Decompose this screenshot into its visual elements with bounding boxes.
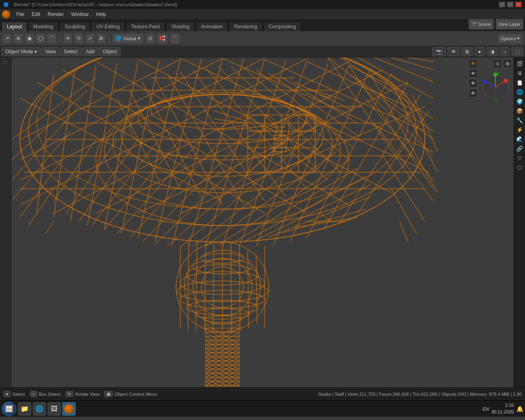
layer-icon-4[interactable]: 👁	[468, 89, 477, 98]
tab-modeling[interactable]: Modeling	[28, 22, 59, 31]
global-dropdown[interactable]: 🌐 Global ▾	[112, 33, 144, 44]
right-toolbar-btns: Options ▾	[498, 33, 523, 44]
maximize-button[interactable]: □	[507, 2, 514, 7]
viewport-shading-material[interactable]: ◑	[486, 47, 498, 56]
circle-select-btn[interactable]: ◯	[35, 33, 46, 44]
date-display: 30.11.2020	[491, 409, 514, 415]
box-select-btn[interactable]: ▣	[25, 33, 34, 44]
svg-text:Y: Y	[497, 71, 500, 75]
menu-help[interactable]: Help	[93, 11, 110, 18]
taskbar-notification-icon[interactable]: 🔔	[516, 406, 523, 412]
gizmo-widget[interactable]: X Y Z	[479, 71, 512, 103]
tab-texture-paint[interactable]: Texture Paint	[126, 22, 165, 31]
viewport-layer-icons: 👁 👁 👁 👁	[468, 59, 477, 98]
add-menu[interactable]: Add	[82, 47, 98, 56]
physics-props-btn[interactable]: 🌊	[515, 135, 524, 144]
tab-layout[interactable]: Layout	[2, 22, 27, 31]
titlebar: 🔵 Blender* [C:\Users\Алексей\Desktop\3D …	[0, 0, 525, 9]
taskbar: 🪟 📁 🌐 🖼 EN 2:10 30.11.2020 🔔	[0, 400, 525, 417]
statusbar: ● Select □ Box Select ↻ Rotate View ▣ Ob…	[0, 387, 525, 400]
rotate-btn[interactable]: ↻	[74, 33, 84, 44]
proportional-btn[interactable]: ⊙	[146, 33, 155, 44]
start-button[interactable]: 🪟	[2, 402, 16, 416]
cursor-btn[interactable]: ⊕	[14, 33, 23, 44]
tab-sculpting[interactable]: Sculpting	[59, 22, 90, 31]
data-props-btn[interactable]: ▽	[515, 153, 524, 162]
lasso-select-btn[interactable]: ⌒	[47, 33, 57, 44]
minimize-button[interactable]: ─	[499, 2, 505, 7]
titlebar-app-name: 🔵 Blender* [C:\Users\Алексей\Desktop\3D …	[3, 2, 177, 7]
window-controls[interactable]: ─ □ ✕	[499, 2, 522, 7]
object-props-btn[interactable]: 📦	[515, 106, 524, 115]
blender-icon	[2, 10, 10, 18]
transform-mode-btn[interactable]: ↗	[2, 33, 12, 44]
status-stats: Studio | Staff | Verts:311,703 | Faces:3…	[318, 392, 522, 397]
options-chevron: ▾	[517, 36, 520, 41]
blender-taskbar-icon	[64, 404, 74, 414]
transform-btn[interactable]: ⊞	[96, 33, 106, 44]
scale-btn[interactable]: ⤢	[85, 33, 95, 44]
output-props-btn[interactable]: 🖥	[515, 68, 524, 78]
scene-selector[interactable]: 🎬 Scene	[468, 19, 494, 30]
3d-viewport[interactable]: ⊙ ⊞ X Y Z	[11, 57, 514, 387]
menubar: File Edit Render Window Help	[0, 9, 525, 20]
camera-icon-btn[interactable]: 📷	[432, 47, 446, 56]
viewport-nav-row: ⊙ ⊞	[493, 59, 512, 68]
menu-window[interactable]: Window	[68, 11, 92, 18]
tab-rendering[interactable]: Rendering	[229, 22, 262, 31]
taskbar-blender[interactable]	[62, 402, 75, 415]
context-key: ▣	[104, 391, 113, 397]
world-props-btn[interactable]: 🌍	[515, 97, 524, 106]
menu-render[interactable]: Render	[44, 11, 67, 18]
viewport-nav-btn-2[interactable]: ⊞	[503, 59, 512, 68]
menu-file[interactable]: File	[13, 11, 27, 18]
taskbar-chrome[interactable]: 🌐	[33, 402, 46, 415]
object-mode-dropdown[interactable]: Object Mode ▾	[2, 47, 41, 56]
hide-overlay-btn[interactable]: 👁	[447, 47, 460, 56]
layer-icon-1[interactable]: 👁	[468, 59, 477, 68]
menu-edit[interactable]: Edit	[28, 11, 43, 18]
status-context-menu: ▣ Object Context Menu	[104, 391, 157, 397]
tab-shading[interactable]: Shading	[166, 22, 195, 31]
viewport-shading-render[interactable]: ○	[500, 47, 510, 56]
options-btn[interactable]: Options ▾	[498, 33, 523, 44]
tab-compositing[interactable]: Compositing	[263, 22, 301, 31]
layer-icon-3[interactable]: 👁	[468, 79, 477, 88]
object-menu[interactable]: Object	[99, 47, 121, 56]
separator-1	[60, 34, 60, 43]
constraints-props-btn[interactable]: 🔗	[515, 144, 524, 153]
viewport-nav-btn-1[interactable]: ⊙	[493, 59, 502, 68]
separator-2	[109, 34, 109, 43]
tab-uv-editing[interactable]: UV Editing	[91, 22, 125, 31]
scene-label: Scene	[478, 22, 491, 27]
blender-logo	[2, 10, 11, 19]
material-props-btn[interactable]: ⬡	[515, 163, 524, 172]
taskbar-pictures[interactable]: 🖼	[48, 402, 61, 415]
transform-icon: ↗	[5, 36, 9, 41]
time-display: 2:10	[505, 402, 514, 409]
particles-props-btn[interactable]: ⚡	[515, 125, 524, 134]
viewport-shading-solid[interactable]: ●	[475, 47, 485, 56]
svg-point-252	[504, 79, 508, 83]
view-layer-selector[interactable]: View Layer	[495, 19, 523, 30]
scene-props-btn[interactable]: 🌐	[515, 87, 524, 96]
dropdown-chevron: ▾	[138, 36, 140, 41]
taskbar-explorer[interactable]: 📁	[18, 402, 31, 415]
close-button[interactable]: ✕	[515, 2, 522, 7]
select-tools: ▣ ◯ ⌒	[25, 33, 57, 44]
status-rotate: ↻ Rotate View	[65, 391, 99, 397]
proportional-falloff-btn[interactable]: ⌒	[170, 33, 180, 44]
viewport-shading-wire[interactable]: ⊞	[461, 47, 473, 56]
move-btn[interactable]: ✛	[63, 33, 73, 44]
properties-panel: 🎬 🖥 📋 🌐 🌍 📦 🔧 ⚡ 🌊 🔗 ▽ ⬡	[514, 57, 525, 387]
render-props-btn[interactable]: 🎬	[515, 59, 524, 68]
tab-animation[interactable]: Animation	[196, 22, 228, 31]
select-menu[interactable]: Select	[60, 47, 81, 56]
modifier-props-btn[interactable]: 🔧	[515, 116, 524, 125]
layer-icon-2[interactable]: 👁	[468, 69, 477, 78]
snap-btn[interactable]: 🧲	[157, 33, 168, 44]
view-layer-props-btn[interactable]: 📋	[515, 78, 524, 87]
options-label: Options	[500, 36, 516, 41]
xray-toggle[interactable]: ⬚	[511, 47, 523, 56]
view-menu[interactable]: View	[41, 47, 59, 56]
